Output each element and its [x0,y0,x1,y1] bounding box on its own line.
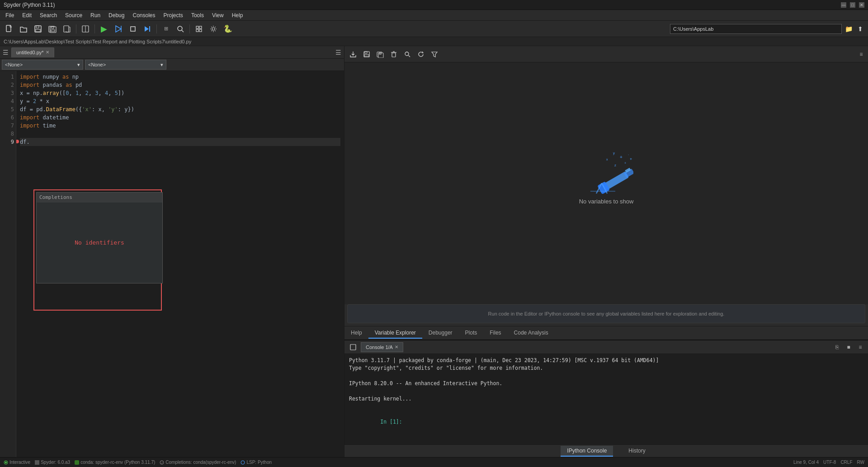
editor-content[interactable]: 1 2 3 4 5 6 7 8 9 import numpy as np imp… [0,71,344,457]
code-line-6: import datetime [20,113,340,122]
var-import-button[interactable] [347,48,359,60]
lsp-icon [241,460,245,465]
completions-icon: ✓ [160,460,164,465]
minimize-button[interactable]: — [841,2,846,8]
console-empty-3 [349,403,863,410]
status-position: Line 9, Col 4 [793,460,819,465]
editor-dropdown-left[interactable]: <None> ▾ [2,60,83,70]
console-tab[interactable]: Console 1/A ✕ [361,342,403,352]
svg-point-32 [405,52,409,56]
run-button[interactable]: ▶ [98,23,110,35]
menu-edit[interactable]: Edit [19,11,35,19]
editor-tab-label: untitled0.py* [16,50,44,55]
var-refresh-button[interactable] [415,48,427,60]
editor-pane: ☰ untitled0.py* ✕ ☰ <None> ▾ <None> ▾ 1 [0,46,344,457]
editor-tab-untitled0[interactable]: untitled0.py* ✕ [11,47,54,57]
var-delete-button[interactable] [388,48,400,60]
svg-text:+: + [624,161,626,165]
console-options-button[interactable]: ≡ [855,342,865,352]
svg-text:+: + [620,155,623,160]
var-tabs: Help Variable Explorer Debugger Plots Fi… [344,326,868,340]
status-conda-env: conda: spyder-rc-env (Python 3.11.7) [75,460,155,465]
save-file-button[interactable] [32,23,44,35]
maximize-panel-button[interactable] [193,23,205,35]
main-area: ☰ untitled0.py* ✕ ☰ <None> ▾ <None> ▾ 1 [0,46,868,457]
status-interactive: Interactive [4,460,30,465]
console-ipython-version: IPython 8.20.0 -- An enhanced Interactiv… [349,380,863,387]
editor-tab-close[interactable]: ✕ [46,50,49,55]
status-bar: Interactive Spyder: 6.0.a3 conda: spyder… [0,457,868,467]
path-input[interactable]: C:\Users\AppsLab [670,24,842,34]
editor-dropdown-right[interactable]: <None> ▾ [85,60,166,70]
var-filter-button[interactable] [429,48,440,60]
console-undock-button[interactable] [347,341,359,353]
tab-debugger[interactable]: Debugger [422,328,459,339]
status-left: Interactive Spyder: 6.0.a3 conda: spyder… [4,460,272,465]
svg-rect-8 [64,26,69,32]
status-completions: ✓ Completions: conda(spyder-rc-env) [160,460,236,465]
code-line-4: y = 2 * x [20,97,340,105]
var-toolbar-options-button[interactable]: ≡ [857,50,865,58]
svg-text:z: z [614,163,616,167]
debug-step-button[interactable] [141,23,154,35]
save-all-button[interactable] [46,23,59,35]
code-area[interactable]: import numpy as np import pandas as pd x… [16,71,344,457]
menu-view[interactable]: View [208,11,227,19]
console-tab-close[interactable]: ✕ [395,344,398,349]
console-empty-2 [349,387,863,395]
open-file-button[interactable] [17,23,30,35]
run-debug-button[interactable] [112,23,125,35]
conda-button[interactable]: 🐍 [222,23,234,35]
breadcrumb: C:\Users\AppsLab\Desktop\Test Scripts\Te… [4,39,191,44]
svg-text:✓: ✓ [161,461,163,464]
stop-button[interactable] [127,23,139,35]
var-saveas-button[interactable] [374,48,386,60]
console-stop-button[interactable]: ■ [844,342,854,352]
console-tab-history[interactable]: History [622,446,651,457]
console-tab-label: Console 1/A [366,344,393,350]
var-save-button[interactable] [361,48,373,60]
var-search-button[interactable] [401,48,413,60]
menu-search[interactable]: Search [36,11,61,19]
svg-rect-29 [392,53,396,57]
maximize-button[interactable]: □ [850,2,855,8]
close-button[interactable]: ✕ [859,2,864,8]
tab-variable-explorer[interactable]: Variable Explorer [368,328,422,339]
menu-debug[interactable]: Debug [105,11,128,19]
menu-file[interactable]: File [2,11,18,19]
menu-consoles[interactable]: Consoles [129,11,159,19]
tab-code-analysis[interactable]: Code Analysis [508,328,555,339]
autocomplete-popup[interactable]: Completions No identifiers [36,192,163,283]
console-copy-button[interactable]: ⎘ [832,342,842,352]
code-line-7: import time [20,122,340,130]
menu-help[interactable]: Help [228,11,247,19]
no-identifiers-text: No identifiers [37,203,162,283]
collapse-panels-button[interactable]: ☰ [3,49,9,56]
editor-dropdowns: <None> ▾ <None> ▾ [0,59,344,71]
go-up-button[interactable]: ⬆ [855,24,865,34]
editor-panel-options[interactable]: ☰ [335,49,341,56]
title-bar: Spyder (Python 3.11) — □ ✕ [0,0,868,10]
menu-projects[interactable]: Projects [160,11,187,19]
tab-help[interactable]: Help [344,328,368,339]
svg-line-33 [409,55,410,57]
menu-source[interactable]: Source [61,11,86,19]
tab-files[interactable]: Files [483,328,507,339]
tab-plots[interactable]: Plots [459,328,484,339]
split-horizontal-button[interactable] [79,23,92,35]
save-copy-button[interactable] [61,23,73,35]
svg-rect-52 [35,460,39,465]
console-tab-ipython[interactable]: IPython Console [561,446,613,457]
status-permissions: RW [857,460,864,465]
status-lsp-label: LSP: Python [246,460,272,465]
console-header: Console 1/A ✕ ⎘ ■ ≡ [344,340,868,354]
settings-button[interactable] [207,23,220,35]
svg-rect-18 [196,26,198,28]
find-button[interactable] [174,23,187,35]
cell-run-button[interactable]: ⊞ [160,23,172,35]
new-file-button[interactable] [3,23,15,35]
menu-run[interactable]: Run [87,11,104,19]
console-content[interactable]: Python 3.11.7 | packaged by conda-forge … [344,354,868,444]
menu-tools[interactable]: Tools [188,11,208,19]
browse-folder-button[interactable]: 📁 [844,24,854,34]
